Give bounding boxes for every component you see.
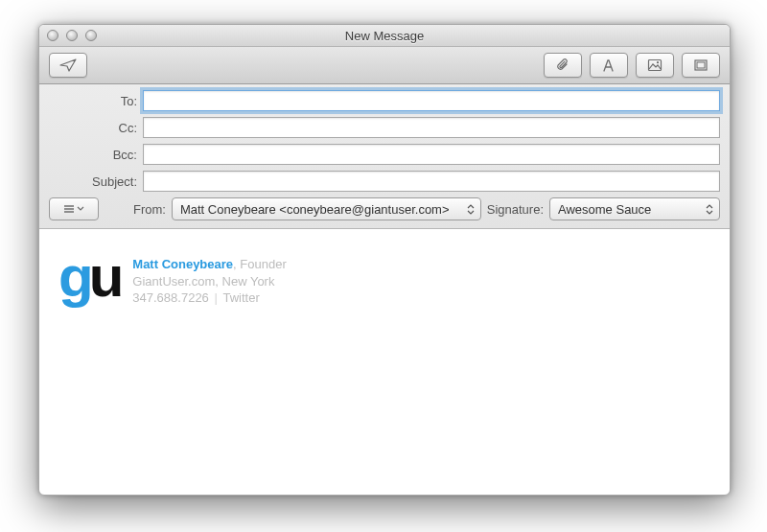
list-icon	[63, 204, 75, 214]
zoom-window-button[interactable]	[85, 30, 97, 41]
traffic-lights	[39, 30, 97, 41]
titlebar: New Message	[39, 25, 730, 47]
message-body[interactable]: gu Matt Coneybeare, Founder GiantUser.co…	[39, 229, 730, 330]
subject-label: Subject:	[49, 174, 143, 189]
paperclip-icon	[555, 58, 570, 73]
cc-field[interactable]	[143, 117, 720, 138]
toolbar	[39, 47, 730, 84]
chevron-down-icon	[467, 210, 475, 215]
chevron-up-icon	[467, 204, 475, 209]
signature-label: Signature:	[487, 202, 544, 217]
send-button[interactable]	[49, 53, 87, 78]
signature-text: Matt Coneybeare, Founder GiantUser.com, …	[132, 252, 286, 307]
photo-browser-button[interactable]	[636, 53, 674, 78]
close-window-button[interactable]	[47, 30, 58, 41]
from-label: From:	[133, 202, 166, 217]
paper-plane-icon	[59, 58, 77, 72]
attach-button[interactable]	[544, 53, 582, 78]
logo-letter-g: g	[58, 252, 89, 301]
subject-field[interactable]	[143, 171, 720, 192]
logo-letter-u: u	[89, 252, 120, 301]
svg-rect-3	[697, 62, 705, 68]
from-select[interactable]: Matt Coneybeare <coneybeare@giantuser.co…	[172, 197, 481, 220]
chevron-down-icon	[77, 204, 84, 214]
chevron-down-icon	[706, 210, 713, 215]
signature-social[interactable]: Twitter	[222, 290, 259, 305]
svg-rect-0	[649, 60, 662, 71]
compose-window: New Message	[38, 24, 731, 496]
signature-select[interactable]: Awesome Sauce	[549, 197, 720, 220]
photo-icon	[647, 58, 662, 72]
to-label: To:	[49, 94, 143, 108]
window-title: New Message	[39, 29, 730, 43]
chevron-up-icon	[706, 204, 713, 209]
stationery-icon	[693, 58, 709, 72]
header-options-button[interactable]	[49, 197, 99, 220]
minimize-window-button[interactable]	[66, 30, 78, 41]
format-button[interactable]	[590, 53, 628, 78]
cc-label: Cc:	[49, 121, 143, 135]
font-icon	[601, 58, 616, 72]
header-fields: To: Cc: Bcc: Subject:	[39, 84, 730, 229]
to-field[interactable]	[143, 90, 720, 111]
from-value: Matt Coneybeare <coneybeare@giantuser.co…	[180, 202, 450, 217]
signature-location: New York	[222, 274, 275, 289]
signature-phone: 347.688.7226	[132, 290, 209, 305]
signature-logo: gu	[58, 252, 119, 301]
bcc-label: Bcc:	[49, 148, 143, 162]
svg-point-1	[657, 61, 659, 63]
bcc-field[interactable]	[143, 144, 720, 165]
signature-value: Awesome Sauce	[558, 202, 651, 217]
signature-name: Matt Coneybeare	[132, 257, 233, 271]
signature-role: Founder	[240, 257, 286, 271]
stationery-button[interactable]	[682, 53, 720, 78]
signature-block: gu Matt Coneybeare, Founder GiantUser.co…	[58, 252, 710, 307]
signature-company[interactable]: GiantUser.com	[132, 274, 215, 289]
